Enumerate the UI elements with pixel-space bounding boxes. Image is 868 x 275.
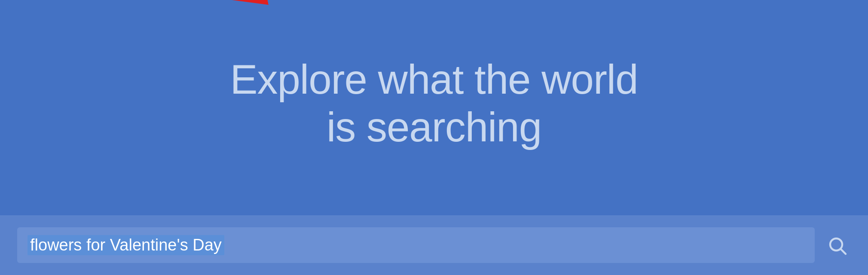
search-icon — [827, 235, 847, 256]
headline-line2: is searching — [327, 104, 541, 150]
search-icon-container[interactable] — [823, 232, 851, 259]
annotation-arrow — [0, 0, 868, 9]
hero-section: Explore what the world is searching — [0, 0, 868, 215]
hero-headline: Explore what the world is searching — [230, 56, 638, 151]
svg-line-3 — [841, 249, 846, 254]
search-input-inner: flowers for Valentine's Day — [28, 235, 804, 255]
headline-line1: Explore what the world — [230, 56, 638, 102]
search-highlighted-text: flowers for Valentine's Day — [28, 235, 224, 255]
annotation-arrow-container — [0, 0, 868, 9]
search-bar-section: flowers for Valentine's Day — [0, 215, 868, 275]
search-input-container[interactable]: flowers for Valentine's Day — [17, 227, 815, 263]
